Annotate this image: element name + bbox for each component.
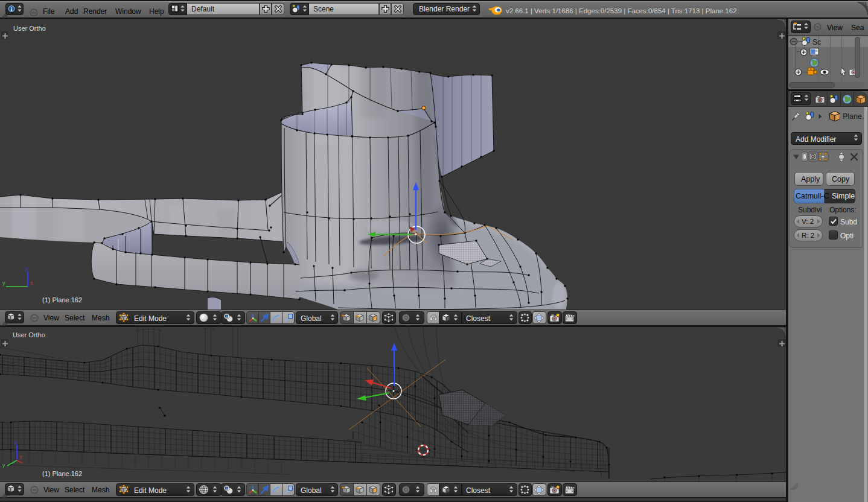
svg-text:x: x [30, 280, 33, 286]
svg-text:y: y [2, 462, 5, 468]
svg-text:y: y [2, 280, 5, 286]
svg-text:x: x [19, 454, 22, 460]
svg-text:z: z [14, 440, 18, 446]
svg-text:z: z [25, 266, 28, 272]
